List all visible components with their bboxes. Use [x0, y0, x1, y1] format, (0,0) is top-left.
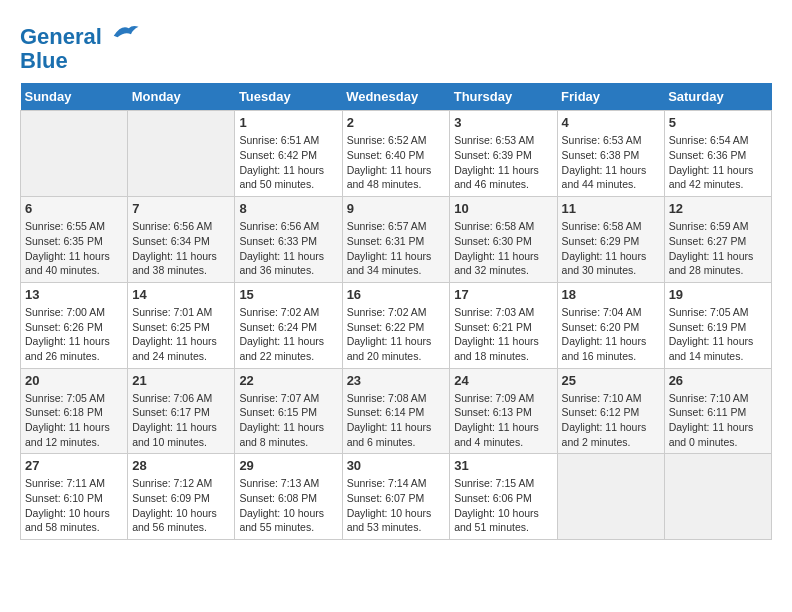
day-number: 21 [132, 373, 230, 388]
day-number: 31 [454, 458, 552, 473]
day-number: 27 [25, 458, 123, 473]
day-number: 11 [562, 201, 660, 216]
day-info: Sunrise: 7:05 AMSunset: 6:19 PMDaylight:… [669, 305, 767, 364]
calendar-cell: 14Sunrise: 7:01 AMSunset: 6:25 PMDayligh… [128, 282, 235, 368]
day-number: 22 [239, 373, 337, 388]
day-info: Sunrise: 6:53 AMSunset: 6:39 PMDaylight:… [454, 133, 552, 192]
weekday-header-sunday: Sunday [21, 83, 128, 111]
calendar-cell: 24Sunrise: 7:09 AMSunset: 6:13 PMDayligh… [450, 368, 557, 454]
calendar-cell: 25Sunrise: 7:10 AMSunset: 6:12 PMDayligh… [557, 368, 664, 454]
day-number: 30 [347, 458, 446, 473]
calendar-cell [21, 111, 128, 197]
calendar-cell [128, 111, 235, 197]
day-info: Sunrise: 7:04 AMSunset: 6:20 PMDaylight:… [562, 305, 660, 364]
day-number: 20 [25, 373, 123, 388]
day-info: Sunrise: 7:01 AMSunset: 6:25 PMDaylight:… [132, 305, 230, 364]
calendar-cell: 18Sunrise: 7:04 AMSunset: 6:20 PMDayligh… [557, 282, 664, 368]
day-info: Sunrise: 6:58 AMSunset: 6:30 PMDaylight:… [454, 219, 552, 278]
day-info: Sunrise: 7:03 AMSunset: 6:21 PMDaylight:… [454, 305, 552, 364]
day-info: Sunrise: 7:10 AMSunset: 6:12 PMDaylight:… [562, 391, 660, 450]
day-info: Sunrise: 6:57 AMSunset: 6:31 PMDaylight:… [347, 219, 446, 278]
day-info: Sunrise: 7:02 AMSunset: 6:24 PMDaylight:… [239, 305, 337, 364]
day-info: Sunrise: 7:11 AMSunset: 6:10 PMDaylight:… [25, 476, 123, 535]
calendar-cell: 29Sunrise: 7:13 AMSunset: 6:08 PMDayligh… [235, 454, 342, 540]
weekday-header-thursday: Thursday [450, 83, 557, 111]
day-info: Sunrise: 7:02 AMSunset: 6:22 PMDaylight:… [347, 305, 446, 364]
calendar-cell: 8Sunrise: 6:56 AMSunset: 6:33 PMDaylight… [235, 197, 342, 283]
day-number: 23 [347, 373, 446, 388]
logo-text2: Blue [20, 49, 140, 73]
day-info: Sunrise: 7:07 AMSunset: 6:15 PMDaylight:… [239, 391, 337, 450]
calendar-cell: 17Sunrise: 7:03 AMSunset: 6:21 PMDayligh… [450, 282, 557, 368]
weekday-header-friday: Friday [557, 83, 664, 111]
calendar-cell: 1Sunrise: 6:51 AMSunset: 6:42 PMDaylight… [235, 111, 342, 197]
calendar-cell [557, 454, 664, 540]
calendar-cell: 19Sunrise: 7:05 AMSunset: 6:19 PMDayligh… [664, 282, 771, 368]
day-info: Sunrise: 6:52 AMSunset: 6:40 PMDaylight:… [347, 133, 446, 192]
day-info: Sunrise: 7:09 AMSunset: 6:13 PMDaylight:… [454, 391, 552, 450]
calendar-cell: 6Sunrise: 6:55 AMSunset: 6:35 PMDaylight… [21, 197, 128, 283]
day-number: 9 [347, 201, 446, 216]
day-info: Sunrise: 7:00 AMSunset: 6:26 PMDaylight:… [25, 305, 123, 364]
calendar-cell: 21Sunrise: 7:06 AMSunset: 6:17 PMDayligh… [128, 368, 235, 454]
day-number: 29 [239, 458, 337, 473]
day-number: 8 [239, 201, 337, 216]
week-row-2: 6Sunrise: 6:55 AMSunset: 6:35 PMDaylight… [21, 197, 772, 283]
day-number: 5 [669, 115, 767, 130]
logo-text: General [20, 20, 140, 49]
day-number: 6 [25, 201, 123, 216]
day-number: 24 [454, 373, 552, 388]
day-info: Sunrise: 6:58 AMSunset: 6:29 PMDaylight:… [562, 219, 660, 278]
day-number: 10 [454, 201, 552, 216]
calendar-cell: 20Sunrise: 7:05 AMSunset: 6:18 PMDayligh… [21, 368, 128, 454]
day-number: 7 [132, 201, 230, 216]
calendar-cell: 5Sunrise: 6:54 AMSunset: 6:36 PMDaylight… [664, 111, 771, 197]
day-number: 14 [132, 287, 230, 302]
day-number: 28 [132, 458, 230, 473]
weekday-header-row: SundayMondayTuesdayWednesdayThursdayFrid… [21, 83, 772, 111]
week-row-3: 13Sunrise: 7:00 AMSunset: 6:26 PMDayligh… [21, 282, 772, 368]
calendar-cell: 13Sunrise: 7:00 AMSunset: 6:26 PMDayligh… [21, 282, 128, 368]
calendar-cell: 16Sunrise: 7:02 AMSunset: 6:22 PMDayligh… [342, 282, 450, 368]
day-number: 4 [562, 115, 660, 130]
calendar-cell: 30Sunrise: 7:14 AMSunset: 6:07 PMDayligh… [342, 454, 450, 540]
day-number: 18 [562, 287, 660, 302]
weekday-header-saturday: Saturday [664, 83, 771, 111]
calendar-cell [664, 454, 771, 540]
day-number: 17 [454, 287, 552, 302]
day-number: 12 [669, 201, 767, 216]
day-info: Sunrise: 7:13 AMSunset: 6:08 PMDaylight:… [239, 476, 337, 535]
calendar-cell: 4Sunrise: 6:53 AMSunset: 6:38 PMDaylight… [557, 111, 664, 197]
day-info: Sunrise: 7:06 AMSunset: 6:17 PMDaylight:… [132, 391, 230, 450]
calendar-cell: 31Sunrise: 7:15 AMSunset: 6:06 PMDayligh… [450, 454, 557, 540]
day-info: Sunrise: 6:56 AMSunset: 6:34 PMDaylight:… [132, 219, 230, 278]
day-info: Sunrise: 6:55 AMSunset: 6:35 PMDaylight:… [25, 219, 123, 278]
calendar-cell: 3Sunrise: 6:53 AMSunset: 6:39 PMDaylight… [450, 111, 557, 197]
calendar-cell: 12Sunrise: 6:59 AMSunset: 6:27 PMDayligh… [664, 197, 771, 283]
logo-bird-icon [110, 20, 140, 44]
day-number: 26 [669, 373, 767, 388]
calendar-cell: 7Sunrise: 6:56 AMSunset: 6:34 PMDaylight… [128, 197, 235, 283]
day-info: Sunrise: 6:56 AMSunset: 6:33 PMDaylight:… [239, 219, 337, 278]
calendar-cell: 11Sunrise: 6:58 AMSunset: 6:29 PMDayligh… [557, 197, 664, 283]
logo: General Blue [20, 20, 140, 73]
day-info: Sunrise: 6:54 AMSunset: 6:36 PMDaylight:… [669, 133, 767, 192]
day-number: 15 [239, 287, 337, 302]
week-row-1: 1Sunrise: 6:51 AMSunset: 6:42 PMDaylight… [21, 111, 772, 197]
day-info: Sunrise: 7:08 AMSunset: 6:14 PMDaylight:… [347, 391, 446, 450]
day-number: 2 [347, 115, 446, 130]
day-number: 19 [669, 287, 767, 302]
weekday-header-monday: Monday [128, 83, 235, 111]
page-header: General Blue [20, 20, 772, 73]
calendar-cell: 26Sunrise: 7:10 AMSunset: 6:11 PMDayligh… [664, 368, 771, 454]
week-row-4: 20Sunrise: 7:05 AMSunset: 6:18 PMDayligh… [21, 368, 772, 454]
week-row-5: 27Sunrise: 7:11 AMSunset: 6:10 PMDayligh… [21, 454, 772, 540]
calendar-cell: 2Sunrise: 6:52 AMSunset: 6:40 PMDaylight… [342, 111, 450, 197]
day-info: Sunrise: 7:15 AMSunset: 6:06 PMDaylight:… [454, 476, 552, 535]
weekday-header-tuesday: Tuesday [235, 83, 342, 111]
calendar-cell: 22Sunrise: 7:07 AMSunset: 6:15 PMDayligh… [235, 368, 342, 454]
day-info: Sunrise: 6:59 AMSunset: 6:27 PMDaylight:… [669, 219, 767, 278]
calendar-cell: 27Sunrise: 7:11 AMSunset: 6:10 PMDayligh… [21, 454, 128, 540]
calendar-table: SundayMondayTuesdayWednesdayThursdayFrid… [20, 83, 772, 540]
day-info: Sunrise: 6:53 AMSunset: 6:38 PMDaylight:… [562, 133, 660, 192]
